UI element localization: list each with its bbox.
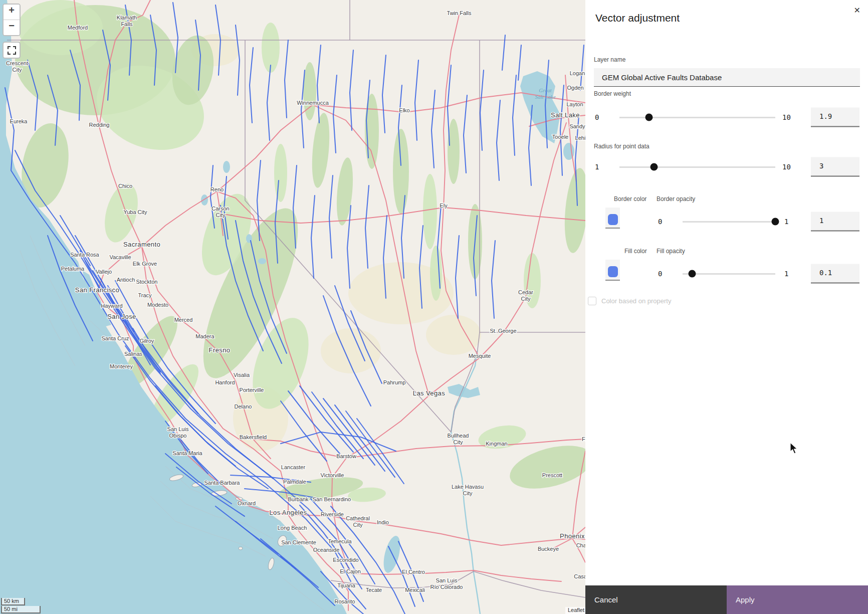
zoom-in-button[interactable]: + bbox=[4, 5, 20, 20]
radius-knob[interactable] bbox=[650, 163, 658, 171]
city-label: Tracy bbox=[138, 292, 152, 298]
map-attribution[interactable]: Leaflet bbox=[565, 607, 585, 614]
fullscreen-icon bbox=[8, 46, 16, 55]
city-label: Petaluma bbox=[61, 266, 85, 272]
city-label: Tooele bbox=[552, 134, 568, 140]
border-weight-row: 0 10 1.9 bbox=[585, 107, 868, 127]
city-label: Elk Grove bbox=[133, 261, 157, 267]
forest-area bbox=[430, 246, 442, 301]
forest-area bbox=[393, 129, 409, 214]
city-label: Casa Grande bbox=[574, 573, 585, 579]
city-label: Salinas bbox=[124, 351, 143, 357]
city-label: Lehi bbox=[575, 135, 585, 141]
city-label: Madera bbox=[195, 333, 214, 339]
city-label: Palmdale bbox=[283, 479, 306, 485]
border-weight-value[interactable]: 1.9 bbox=[811, 108, 859, 127]
city-label: Long Beach bbox=[278, 525, 307, 531]
map-canvas[interactable]: Twin FallsMedfordKlamathFallsCrescentCit… bbox=[0, 0, 585, 614]
city-label: Las Vegas bbox=[413, 389, 445, 397]
city-label: Yuba City bbox=[123, 209, 147, 215]
city-label: Oxnard bbox=[238, 500, 256, 506]
city-label: Lancaster bbox=[281, 464, 306, 470]
fill-opacity-max: 1 bbox=[784, 270, 788, 278]
border-weight-knob[interactable] bbox=[645, 114, 653, 121]
city-label: San LuisObispo bbox=[167, 426, 189, 439]
border-weight-max: 10 bbox=[782, 113, 791, 121]
city-label: Fresno bbox=[209, 346, 231, 354]
fill-opacity-value[interactable]: 0.1 bbox=[811, 264, 859, 284]
city-label: Escondido bbox=[333, 557, 358, 563]
forest-area bbox=[274, 144, 287, 202]
forest-area bbox=[423, 174, 437, 249]
city-label: San Clemente bbox=[281, 539, 316, 545]
city-label: Hanford bbox=[215, 379, 235, 385]
city-label: Reno bbox=[210, 186, 224, 192]
fill-opacity-slider[interactable] bbox=[683, 273, 775, 275]
radius-value-text: 3 bbox=[811, 157, 859, 170]
radius-min: 1 bbox=[595, 163, 599, 171]
fill-color-label: Fill color bbox=[624, 248, 647, 255]
city-label: Buckeye bbox=[538, 546, 559, 552]
city-label: Barstow bbox=[336, 453, 356, 459]
border-opacity-slider[interactable] bbox=[683, 221, 775, 223]
color-property-checkbox[interactable] bbox=[588, 297, 596, 305]
desert-area bbox=[321, 328, 381, 373]
city-label: Chico bbox=[118, 183, 132, 189]
layer-name-label: Layer name bbox=[594, 56, 625, 63]
radius-label: Radius for point data bbox=[594, 143, 649, 150]
layer-name-value: GEM Global Active Faults Database bbox=[594, 68, 860, 82]
city-label: Tijuana bbox=[337, 582, 356, 588]
panel-footer: Cancel Apply bbox=[585, 585, 868, 614]
border-weight-min: 0 bbox=[595, 113, 599, 121]
map-region[interactable]: Twin FallsMedfordKlamathFallsCrescentCit… bbox=[0, 0, 585, 614]
zoom-out-button[interactable]: − bbox=[4, 20, 20, 35]
city-label: Winnemucca bbox=[297, 100, 329, 106]
desert-area bbox=[426, 315, 481, 355]
city-label: Flagstaff bbox=[582, 436, 585, 442]
city-label: Los Angeles bbox=[269, 509, 307, 516]
city-label: Hayward bbox=[101, 303, 122, 309]
layer-name-input[interactable]: GEM Global Active Faults Database bbox=[594, 68, 860, 87]
city-label: Sandy bbox=[569, 123, 585, 129]
radius-max: 10 bbox=[782, 163, 791, 171]
fill-opacity-min: 0 bbox=[658, 270, 662, 278]
border-opacity-min: 0 bbox=[658, 218, 662, 226]
fullscreen-button[interactable] bbox=[3, 42, 21, 59]
fill-opacity-label: Fill opacity bbox=[657, 248, 685, 255]
city-label: Gilroy bbox=[140, 338, 154, 344]
city-label: Delano bbox=[235, 403, 252, 410]
city-label: Rosarito bbox=[335, 598, 355, 604]
border-opacity-row: 0 1 1 bbox=[585, 212, 868, 232]
city-label: Burbank bbox=[288, 496, 309, 502]
city-label: Mexicali bbox=[405, 587, 425, 593]
border-opacity-value[interactable]: 1 bbox=[811, 212, 859, 232]
close-icon[interactable]: ✕ bbox=[854, 7, 860, 15]
city-label: Visalia bbox=[234, 372, 250, 378]
border-opacity-knob[interactable] bbox=[772, 218, 779, 226]
city-label: Logan bbox=[570, 70, 585, 76]
city-label: Prescott bbox=[542, 472, 562, 478]
radius-value[interactable]: 3 bbox=[811, 157, 859, 177]
vector-adjustment-panel: Vector adjustment ✕ Layer name GEM Globa… bbox=[585, 0, 868, 614]
city-label: Victorville bbox=[321, 472, 344, 478]
border-weight-slider[interactable] bbox=[619, 117, 775, 118]
radius-slider[interactable] bbox=[619, 166, 775, 168]
city-label: Indio bbox=[377, 519, 389, 525]
apply-button[interactable]: Apply bbox=[727, 585, 868, 614]
city-label: San Francisco bbox=[75, 286, 119, 294]
scale-bar-mi: 50 mi bbox=[1, 606, 41, 613]
cancel-button[interactable]: Cancel bbox=[585, 585, 727, 614]
city-label: St. George bbox=[490, 328, 516, 334]
city-label: Monterey bbox=[110, 363, 133, 369]
forest-area bbox=[448, 119, 460, 184]
city-label: Vacaville bbox=[109, 254, 131, 260]
city-label: Temecula bbox=[328, 538, 352, 544]
city-label: Vallejo bbox=[96, 269, 112, 275]
scale-bar-km: 50 km bbox=[1, 598, 25, 605]
city-label: Stockton bbox=[136, 279, 158, 285]
fill-opacity-value-text: 0.1 bbox=[811, 264, 859, 277]
city-label: San Jose bbox=[107, 313, 136, 320]
fill-opacity-knob[interactable] bbox=[688, 270, 696, 278]
city-label: Sacramento bbox=[123, 241, 160, 248]
city-label: Salt Lake bbox=[551, 111, 580, 119]
